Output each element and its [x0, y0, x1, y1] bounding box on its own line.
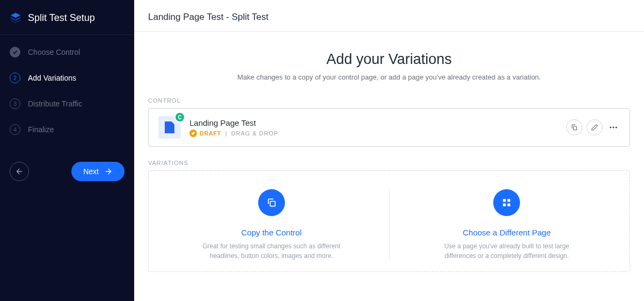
dots-horizontal-icon — [609, 123, 618, 132]
option-icon-wrap — [493, 189, 520, 216]
option-desc: Great for testing small changes such as … — [202, 241, 341, 261]
grid-icon — [502, 198, 511, 207]
pencil-icon — [591, 124, 598, 131]
sidebar-nav: Next — [0, 162, 134, 181]
variations-section-label: VARIATIONS — [148, 160, 630, 166]
step-number-icon: 3 — [10, 98, 20, 109]
sidebar-header: Split Test Setup — [0, 0, 134, 35]
status-badge: DRAFT — [189, 130, 221, 137]
check-icon — [10, 47, 20, 58]
step-distribute-traffic[interactable]: 3 Distribute Traffic — [0, 91, 134, 117]
control-info: Landing Page Test DRAFT | DRAG & DROP — [189, 118, 566, 137]
sidebar: Split Test Setup Choose Control 2 Add Va… — [0, 0, 134, 301]
svg-rect-5 — [503, 199, 506, 202]
option-title: Copy the Control — [181, 228, 362, 237]
step-label: Distribute Traffic — [28, 99, 82, 108]
more-button[interactable] — [607, 123, 620, 132]
svg-point-2 — [613, 127, 614, 128]
option-desc: Use a page you've already built to test … — [437, 241, 576, 261]
main-subheading: Make changes to a copy of your control p… — [148, 73, 630, 81]
steps-list: Choose Control 2 Add Variations 3 Distri… — [0, 35, 134, 147]
copy-icon — [266, 197, 277, 208]
back-button[interactable] — [10, 162, 29, 181]
step-finalize[interactable]: 4 Finalize — [0, 117, 134, 142]
status-text: DRAFT — [200, 130, 221, 137]
svg-point-3 — [616, 127, 617, 128]
arrow-left-icon — [15, 167, 24, 176]
vertical-divider — [389, 189, 390, 261]
control-meta: DRAFT | DRAG & DROP — [189, 130, 566, 137]
option-choose-page[interactable]: Choose a Different Page Use a page you'v… — [395, 189, 619, 261]
main-heading: Add your Variations — [148, 51, 630, 68]
step-number-icon: 4 — [10, 124, 20, 135]
control-actions — [566, 119, 620, 135]
arrow-right-icon — [104, 167, 113, 176]
svg-rect-4 — [270, 202, 275, 206]
option-title: Choose a Different Page — [416, 228, 598, 237]
pencil-icon — [189, 130, 197, 137]
option-copy-control[interactable]: Copy the Control Great for testing small… — [159, 189, 384, 261]
topbar: Landing Page Test - Split Test — [134, 0, 644, 32]
copy-icon — [570, 124, 578, 131]
step-add-variations[interactable]: 2 Add Variations — [0, 65, 134, 91]
edit-button[interactable] — [587, 119, 603, 135]
control-thumbnail: C — [158, 116, 181, 139]
page-title: Landing Page Test - Split Test — [148, 12, 630, 23]
main: Landing Page Test - Split Test Add your … — [134, 0, 644, 301]
separator: | — [225, 130, 227, 137]
next-button-label: Next — [83, 167, 99, 176]
step-label: Add Variations — [28, 74, 76, 82]
control-section-label: CONTROL — [148, 97, 630, 104]
next-button[interactable]: Next — [71, 162, 125, 181]
document-icon — [165, 121, 174, 133]
control-title: Landing Page Test — [189, 118, 566, 127]
sidebar-title: Split Test Setup — [28, 12, 95, 24]
step-number-icon: 2 — [10, 73, 20, 83]
copy-button[interactable] — [566, 119, 582, 135]
layers-icon — [10, 12, 21, 24]
svg-rect-8 — [508, 204, 510, 206]
svg-rect-7 — [503, 204, 506, 206]
control-badge: C — [174, 112, 185, 123]
svg-point-1 — [610, 127, 611, 128]
step-label: Choose Control — [28, 48, 80, 56]
step-label: Finalize — [28, 125, 54, 134]
svg-rect-0 — [573, 126, 576, 130]
option-icon-wrap — [258, 189, 285, 216]
content: Add your Variations Make changes to a co… — [134, 32, 644, 301]
step-choose-control[interactable]: Choose Control — [0, 39, 134, 65]
svg-rect-6 — [508, 199, 510, 202]
control-card: C Landing Page Test DRAFT | DRAG & DROP — [148, 108, 630, 147]
page-type: DRAG & DROP — [231, 130, 279, 137]
variations-box: Copy the Control Great for testing small… — [148, 170, 630, 272]
